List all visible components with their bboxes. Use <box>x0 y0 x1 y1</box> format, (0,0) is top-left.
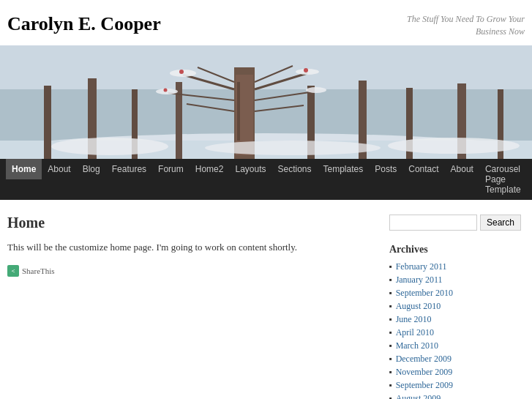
search-input[interactable] <box>389 215 477 231</box>
archive-item: August 2010 <box>389 301 525 312</box>
archive-item: September 2010 <box>389 288 525 299</box>
share-icon: < <box>7 265 19 277</box>
archive-link[interactable]: September 2009 <box>396 380 453 391</box>
site-header: Carolyn E. Cooper The Stuff You Need To … <box>0 0 532 45</box>
archive-link[interactable]: August 2009 <box>396 393 441 399</box>
archive-item: December 2009 <box>389 354 525 365</box>
nav-link[interactable]: Sections <box>271 159 317 179</box>
archive-item: March 2010 <box>389 340 525 351</box>
search-button[interactable]: Search <box>480 215 521 231</box>
nav-link[interactable]: Home <box>6 159 42 179</box>
nav-item: Carousel Page Template <box>479 159 527 200</box>
main-content: Home This will be the customize home pag… <box>7 215 375 399</box>
archive-link[interactable]: March 2010 <box>396 340 438 351</box>
nav-item: Posts <box>369 159 402 200</box>
archive-item: February 2011 <box>389 261 525 272</box>
nav-item: About <box>445 159 479 200</box>
archive-item: June 2010 <box>389 314 525 325</box>
nav-item: Layouts <box>229 159 271 200</box>
nav-item: Sections <box>271 159 317 200</box>
archive-link[interactable]: January 2011 <box>396 275 443 286</box>
nav-item: Forum <box>152 159 190 200</box>
archives-list: February 2011January 2011September 2010A… <box>389 261 525 399</box>
archive-item: January 2011 <box>389 275 525 286</box>
svg-rect-34 <box>0 45 532 159</box>
archive-link[interactable]: June 2010 <box>396 314 432 325</box>
share-label: ShareThis <box>22 266 55 275</box>
nav-link[interactable]: Posts <box>369 159 402 179</box>
archives-widget: Archives February 2011January 2011Septem… <box>389 244 525 399</box>
nav-link[interactable]: Layouts <box>229 159 271 179</box>
content-wrapper: Home This will be the customize home pag… <box>0 200 532 399</box>
site-title: Carolyn E. Cooper <box>7 13 161 35</box>
nav-link[interactable]: Carousel Page Template <box>479 159 527 200</box>
nav-item: Contact <box>402 159 444 200</box>
nav-item: Blog <box>77 159 106 200</box>
archive-link[interactable]: September 2010 <box>396 288 453 299</box>
page-heading: Home <box>7 215 375 231</box>
main-nav: HomeAboutBlogFeaturesForumHome2LayoutsSe… <box>0 159 532 200</box>
nav-link[interactable]: Blog <box>77 159 106 179</box>
archive-link[interactable]: April 2010 <box>396 327 434 338</box>
archive-link[interactable]: November 2009 <box>396 367 453 378</box>
archive-link[interactable]: December 2009 <box>396 354 452 365</box>
nav-link[interactable]: Home2 <box>190 159 230 179</box>
nav-link[interactable]: About <box>445 159 479 179</box>
share-this-widget[interactable]: < ShareThis <box>7 265 375 277</box>
sidebar: Search Archives February 2011January 201… <box>389 215 525 399</box>
nav-item: Home <box>6 159 42 200</box>
archive-item: September 2009 <box>389 380 525 391</box>
hero-image <box>0 45 532 159</box>
archive-link[interactable]: August 2010 <box>396 301 441 312</box>
archive-link[interactable]: February 2011 <box>396 261 447 272</box>
nav-link[interactable]: Contact <box>402 159 444 179</box>
nav-list: HomeAboutBlogFeaturesForumHome2LayoutsSe… <box>0 159 532 200</box>
nav-link[interactable]: About <box>42 159 76 179</box>
archive-item: August 2009 <box>389 393 525 399</box>
page-body: This will be the customize home page. I'… <box>7 240 375 256</box>
nav-link[interactable]: Templates <box>318 159 370 179</box>
archives-heading: Archives <box>389 244 525 256</box>
archive-item: November 2009 <box>389 367 525 378</box>
site-tagline: The Stuff You Need To Grow Your Business… <box>378 13 525 38</box>
archive-item: April 2010 <box>389 327 525 338</box>
nav-link[interactable]: Features <box>106 159 152 179</box>
nav-item: Home2 <box>190 159 230 200</box>
nav-item: About <box>42 159 76 200</box>
nav-item: Features <box>106 159 152 200</box>
nav-link[interactable]: Forum <box>152 159 190 179</box>
search-box: Search <box>389 215 525 231</box>
nav-item: Templates <box>318 159 370 200</box>
